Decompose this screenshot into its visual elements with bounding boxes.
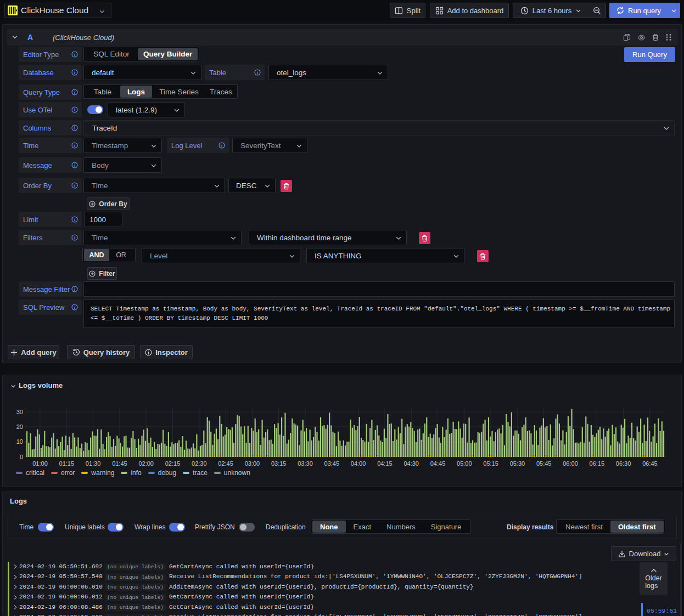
svg-text:06:45: 06:45 (642, 460, 658, 467)
svg-text:04:15: 04:15 (377, 460, 393, 467)
svg-text:03:30: 03:30 (298, 460, 313, 467)
svg-text:06:00: 06:00 (563, 460, 578, 467)
svg-text:10: 10 (16, 438, 23, 445)
svg-text:02:00: 02:00 (138, 460, 154, 467)
svg-text:01:30: 01:30 (86, 460, 101, 467)
svg-text:05:15: 05:15 (483, 460, 498, 467)
svg-text:01:45: 01:45 (112, 460, 127, 467)
svg-text:06:30: 06:30 (616, 460, 631, 467)
svg-text:04:45: 04:45 (430, 460, 446, 467)
svg-text:05:00: 05:00 (457, 460, 472, 467)
svg-text:04:00: 04:00 (351, 460, 366, 467)
svg-text:01:00: 01:00 (32, 460, 48, 467)
svg-text:02:45: 02:45 (218, 460, 233, 467)
svg-text:03:15: 03:15 (271, 460, 287, 467)
svg-text:01:15: 01:15 (59, 460, 75, 467)
svg-text:20: 20 (16, 423, 23, 430)
svg-text:06:15: 06:15 (590, 460, 605, 467)
svg-text:03:00: 03:00 (245, 460, 260, 467)
svg-text:0: 0 (20, 454, 23, 460)
svg-text:05:45: 05:45 (536, 460, 552, 467)
svg-text:05:30: 05:30 (510, 460, 525, 467)
svg-text:02:30: 02:30 (192, 460, 207, 467)
svg-text:03:45: 03:45 (324, 460, 340, 467)
svg-text:30: 30 (16, 409, 23, 415)
svg-text:02:15: 02:15 (165, 460, 181, 467)
svg-text:04:30: 04:30 (403, 460, 419, 467)
